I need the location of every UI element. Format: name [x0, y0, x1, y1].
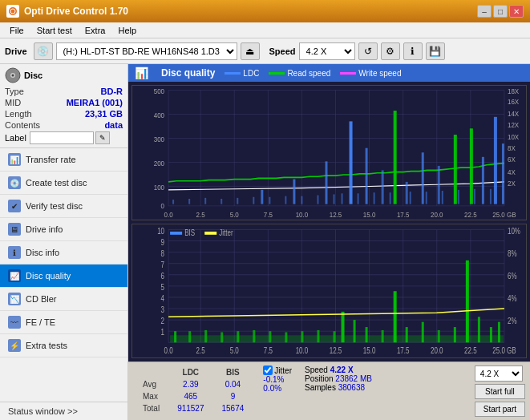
svg-rect-64: [172, 200, 174, 204]
svg-text:12X: 12X: [508, 121, 520, 129]
nav-verify-test-disc[interactable]: ✔ Verify test disc: [0, 195, 127, 218]
svg-rect-70: [269, 197, 270, 204]
app-icon: [6, 5, 19, 18]
nav-disc-quality[interactable]: 📈 Disc quality: [0, 265, 127, 288]
svg-rect-81: [442, 191, 443, 204]
svg-text:9: 9: [161, 237, 164, 246]
disc-header: Disc: [5, 67, 123, 83]
svg-text:6%: 6%: [508, 271, 517, 280]
bottom-chart-svg: 10 9 8 7 6 5 4 3 2 1 10% 8% 6% 4% 2%: [132, 224, 526, 358]
svg-rect-60: [470, 128, 473, 204]
svg-rect-53: [366, 148, 368, 204]
speed-dropdown[interactable]: 4.2 X: [475, 365, 523, 382]
jitter-label: Jitter: [274, 366, 292, 375]
disc-label-input[interactable]: [30, 131, 94, 144]
svg-rect-157: [438, 329, 440, 341]
total-row: Total 911527 15674: [135, 403, 252, 414]
cd-bler-icon: 📉: [8, 293, 21, 305]
menu-help[interactable]: Help: [111, 24, 143, 37]
svg-text:10.0: 10.0: [296, 211, 309, 219]
svg-rect-59: [454, 135, 457, 204]
window-controls: – □ ✕: [477, 5, 524, 18]
eject-button[interactable]: ⏏: [241, 42, 260, 60]
svg-text:5: 5: [161, 283, 164, 292]
jitter-check-row: Jitter: [263, 365, 292, 375]
svg-text:22.5: 22.5: [464, 211, 477, 219]
drive-select[interactable]: (H:) HL-DT-ST BD-RE WH16NS48 1.D3: [56, 42, 237, 60]
svg-text:20.0: 20.0: [431, 211, 443, 219]
svg-rect-57: [422, 152, 424, 204]
svg-rect-61: [482, 157, 484, 204]
nav-extra-tests[interactable]: ⚡ Extra tests: [0, 334, 127, 357]
drive-icon-button[interactable]: 💿: [34, 42, 53, 60]
svg-rect-52: [350, 121, 353, 204]
svg-text:4%: 4%: [508, 294, 517, 303]
svg-text:2X: 2X: [508, 180, 516, 188]
svg-rect-82: [458, 190, 459, 204]
save-button[interactable]: 💾: [426, 42, 445, 60]
svg-rect-75: [342, 193, 343, 204]
svg-point-4: [12, 75, 14, 77]
close-button[interactable]: ✕: [509, 5, 524, 18]
fe-te-icon: 〰: [8, 316, 21, 329]
top-chart-svg: 500 400 300 200 100 0 18X 16X 14X 12X 10…: [132, 86, 526, 220]
chart-title: Disc quality: [161, 67, 215, 79]
avg-row: Avg 2.39 0.04: [135, 379, 252, 390]
svg-rect-71: [285, 196, 286, 204]
drive-label: Drive: [5, 46, 27, 56]
svg-rect-65: [188, 199, 190, 204]
jitter-checkbox[interactable]: [263, 365, 273, 375]
svg-text:8: 8: [161, 248, 164, 257]
svg-rect-144: [253, 329, 255, 341]
start-part-button[interactable]: Start part: [475, 402, 525, 417]
nav-drive-info[interactable]: 🖥 Drive info: [0, 218, 127, 241]
legend-ldc: LDC: [225, 69, 259, 78]
disc-label-button[interactable]: ✎: [95, 131, 110, 144]
bottom-chart: 10 9 8 7 6 5 4 3 2 1 10% 8% 6% 4% 2%: [131, 224, 527, 359]
nav-create-test-disc[interactable]: 💿 Create test disc: [0, 172, 127, 195]
bis-header: BIS: [214, 367, 253, 378]
svg-rect-54: [382, 170, 384, 204]
extra-tests-icon: ⚡: [8, 339, 21, 352]
svg-rect-66: [204, 198, 206, 204]
settings-button[interactable]: ⚙: [381, 42, 400, 60]
status-window-button[interactable]: Status window >>: [0, 402, 127, 420]
menu-extra[interactable]: Extra: [79, 24, 112, 37]
nav-disc-info[interactable]: ℹ Disc info: [0, 241, 127, 265]
refresh-button[interactable]: ↺: [358, 42, 378, 60]
start-full-button[interactable]: Start full: [475, 384, 525, 399]
svg-text:400: 400: [154, 111, 165, 119]
jitter-avg: -0.1%: [263, 375, 292, 384]
menu-file[interactable]: File: [3, 24, 30, 37]
app-title: Opti Drive Control 1.70: [24, 6, 477, 17]
jitter-max: 0.0%: [263, 384, 292, 393]
nav-fe-te[interactable]: 〰 FE / TE: [0, 311, 127, 334]
svg-text:300: 300: [154, 135, 165, 143]
speed-label: Speed: [269, 46, 296, 56]
minimize-button[interactable]: –: [477, 5, 492, 18]
svg-rect-143: [237, 331, 239, 342]
svg-rect-147: [301, 331, 303, 342]
svg-rect-139: [174, 331, 176, 342]
svg-text:0.0: 0.0: [164, 346, 173, 355]
svg-rect-58: [438, 166, 440, 204]
nav-transfer-rate[interactable]: 📊 Transfer rate: [0, 148, 127, 172]
position-label: Position: [305, 374, 334, 383]
svg-rect-67: [220, 199, 222, 204]
speed-avg-val: 4.22 X: [330, 365, 354, 374]
nav-cd-bler[interactable]: 📉 CD Bler: [0, 288, 127, 311]
svg-rect-151: [354, 320, 356, 342]
svg-rect-154: [394, 291, 397, 342]
speed-select[interactable]: 4.2 X: [299, 42, 355, 60]
svg-text:2.5: 2.5: [196, 211, 205, 219]
svg-rect-51: [325, 161, 327, 204]
svg-rect-69: [253, 197, 254, 204]
maximize-button[interactable]: □: [493, 5, 508, 18]
info-button[interactable]: ℹ: [403, 42, 423, 60]
svg-rect-155: [406, 327, 408, 342]
svg-rect-152: [366, 327, 368, 342]
speed-stats: Speed 4.22 X Position 23862 MB Samples 3…: [305, 365, 372, 392]
svg-rect-159: [466, 260, 469, 341]
svg-text:1: 1: [161, 328, 164, 337]
menu-start-test[interactable]: Start test: [30, 24, 79, 37]
